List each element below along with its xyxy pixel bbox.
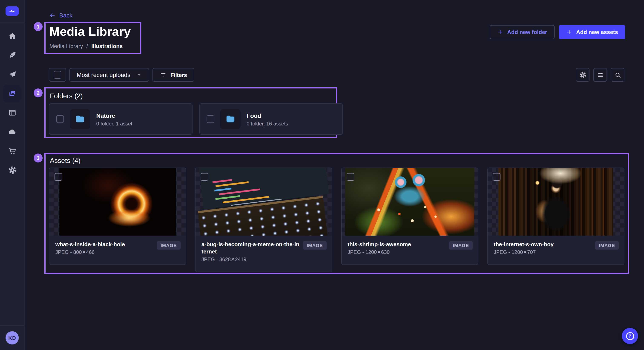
asset-meta: JPEG - 3628✕2419	[202, 256, 300, 262]
plus-icon	[566, 29, 572, 35]
add-new-folder-label: Add new folder	[507, 29, 547, 35]
add-new-assets-button[interactable]: Add new assets	[558, 25, 625, 39]
question-mark-icon: ?	[626, 332, 634, 340]
sidebar-bottom: KD	[0, 325, 24, 350]
filters-button[interactable]: Filters	[152, 68, 194, 82]
chevron-down-icon	[136, 72, 142, 78]
asset-checkbox[interactable]	[347, 173, 354, 181]
add-new-folder-button[interactable]: Add new folder	[490, 25, 554, 39]
asset-text: what-s-inside-a-black-hole JPEG - 800✕46…	[55, 241, 153, 255]
asset-type-badge: IMAGE	[449, 241, 473, 250]
folder-text: Food 0 folder, 16 assets	[246, 112, 288, 127]
search-icon	[614, 71, 621, 78]
asset-meta: JPEG - 1200✕630	[348, 249, 446, 255]
asset-name: the-internet-s-own-boy	[494, 241, 592, 248]
asset-info: the-internet-s-own-boy JPEG - 1200✕707 I…	[488, 236, 624, 265]
sidebar-item-marketplace[interactable]	[3, 141, 21, 160]
paper-plane-icon	[8, 70, 16, 78]
folder-card-nature[interactable]: Nature 0 folder, 1 asset	[49, 103, 192, 135]
asset-text: a-bug-is-becoming-a-meme-on-the-internet…	[202, 241, 300, 262]
sidebar-item-media-library[interactable]	[3, 84, 21, 102]
folder-icon	[225, 114, 236, 125]
asset-text: the-internet-s-own-boy JPEG - 1200✕707	[494, 241, 592, 255]
sort-dropdown-value: Most recent uploads	[77, 71, 130, 78]
folder-tile	[220, 109, 241, 129]
folder-text: Nature 0 folder, 1 asset	[96, 112, 132, 127]
help-button[interactable]: ?	[622, 328, 638, 344]
folder-name: Food	[246, 112, 288, 119]
annotation-badge-3: 3	[34, 154, 42, 163]
folder-checkbox[interactable]	[56, 115, 64, 123]
gear-icon	[8, 166, 16, 174]
annotation-badge-2: 2	[34, 88, 42, 97]
asset-checkbox[interactable]	[54, 173, 62, 181]
breadcrumb: Media Library / Illustrations	[50, 43, 123, 49]
asset-thumbnail[interactable]	[488, 168, 624, 236]
folder-tile	[70, 109, 90, 129]
asset-thumbnail[interactable]	[196, 168, 332, 236]
asset-card-shrimp[interactable]: this-shrimp-is-awesome JPEG - 1200✕630 I…	[341, 168, 478, 265]
back-label: Back	[59, 12, 72, 19]
folders-section-title: Folders (2)	[50, 92, 83, 100]
breadcrumb-parent[interactable]: Media Library	[50, 43, 83, 49]
sidebar-item-releases[interactable]	[3, 65, 21, 84]
asset-card-bug-meme[interactable]: a-bug-is-becoming-a-meme-on-the-internet…	[195, 168, 332, 272]
laptop-code-image	[213, 168, 314, 236]
folder-name: Nature	[96, 112, 132, 119]
select-all-frame[interactable]	[49, 68, 66, 82]
asset-checkbox[interactable]	[200, 173, 208, 181]
sort-dropdown[interactable]: Most recent uploads	[70, 68, 149, 82]
asset-meta: JPEG - 1200✕707	[494, 249, 592, 255]
feather-icon	[8, 51, 16, 59]
sidebar-item-settings[interactable]	[3, 160, 21, 179]
sidebar-nav	[3, 26, 21, 179]
asset-text: this-shrimp-is-awesome JPEG - 1200✕630	[348, 241, 446, 255]
settings-button[interactable]	[576, 68, 590, 82]
media-library-page: KD Back 1 Media Library Media Library / …	[0, 0, 644, 350]
folder-icon	[74, 114, 86, 125]
sidebar-item-cloud[interactable]	[3, 122, 21, 141]
asset-checkbox[interactable]	[493, 173, 500, 181]
sidebar-item-content-manager[interactable]	[3, 103, 21, 122]
folder-card-food[interactable]: Food 0 folder, 16 assets	[199, 103, 343, 135]
asset-thumbnail[interactable]	[342, 168, 478, 236]
asset-info: this-shrimp-is-awesome JPEG - 1200✕630 I…	[342, 236, 478, 265]
add-new-assets-label: Add new assets	[576, 29, 618, 35]
select-all-checkbox[interactable]	[54, 71, 61, 79]
breadcrumb-separator: /	[86, 43, 88, 49]
folders-row: Nature 0 folder, 1 asset Food 0 folder, …	[49, 103, 343, 135]
sidebar-item-content-builder[interactable]	[3, 45, 21, 65]
search-button[interactable]	[611, 68, 624, 82]
folder-checkbox[interactable]	[206, 115, 214, 123]
asset-card-black-hole[interactable]: what-s-inside-a-black-hole JPEG - 800✕46…	[49, 168, 186, 265]
asset-info: a-bug-is-becoming-a-meme-on-the-internet…	[196, 236, 332, 272]
sidebar-divider	[0, 22, 24, 22]
layout-icon	[8, 108, 16, 117]
breadcrumb-current: Illustrations	[91, 43, 123, 49]
asset-name: what-s-inside-a-black-hole	[55, 241, 153, 248]
sidebar: KD	[0, 0, 25, 350]
gear-icon	[579, 71, 586, 78]
sidebar-item-home[interactable]	[3, 26, 21, 45]
list-view-button[interactable]	[593, 68, 607, 82]
media-library-icon	[8, 89, 16, 98]
list-icon	[596, 71, 604, 78]
asset-name: this-shrimp-is-awesome	[348, 241, 446, 248]
strapi-logo[interactable]	[6, 6, 19, 16]
asset-meta: JPEG - 800✕466	[55, 249, 153, 255]
mantis-shrimp-image	[345, 168, 474, 236]
strapi-logo-icon	[8, 8, 16, 14]
library-portrait-image	[498, 168, 613, 236]
header-actions: Add new folder Add new assets	[490, 25, 625, 39]
cloud-icon	[8, 127, 16, 136]
assets-row: what-s-inside-a-black-hole JPEG - 800✕46…	[49, 168, 624, 272]
asset-type-badge: IMAGE	[595, 241, 619, 250]
asset-thumbnail[interactable]	[50, 168, 186, 236]
asset-card-internets-own-boy[interactable]: the-internet-s-own-boy JPEG - 1200✕707 I…	[487, 168, 624, 265]
back-link[interactable]: Back	[49, 12, 72, 19]
back-arrow-icon	[49, 12, 56, 19]
filters-label: Filters	[170, 72, 187, 78]
user-avatar[interactable]: KD	[6, 331, 19, 345]
folder-meta: 0 folder, 1 asset	[96, 121, 132, 127]
black-hole-image	[60, 168, 176, 236]
